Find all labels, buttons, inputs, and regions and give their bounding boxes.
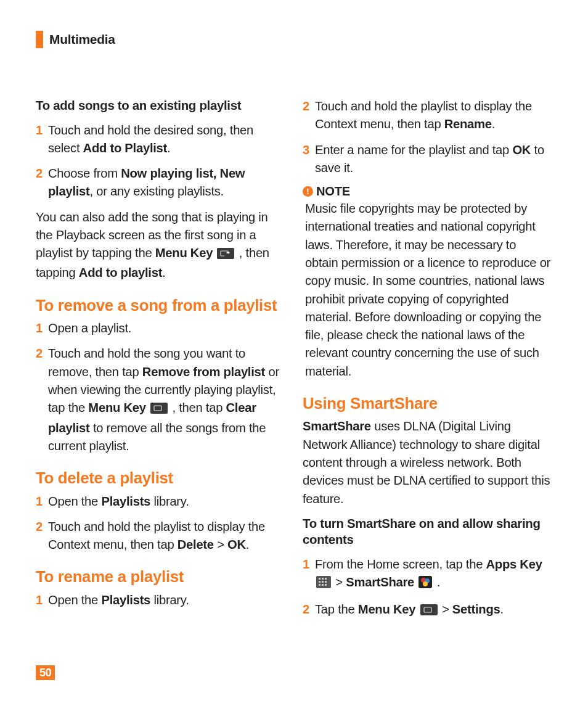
svg-rect-19 <box>420 604 438 615</box>
heading-rename-playlist: To rename a playlist <box>36 567 285 586</box>
step-number: 2 <box>303 97 311 115</box>
note-icon: ! <box>303 186 313 197</box>
header-accent <box>36 31 43 48</box>
step-text: Touch and hold the desired song, then se… <box>48 121 285 158</box>
smartshare-intro: SmartShare uses DLNA (Digital Living Net… <box>303 417 552 507</box>
section-title: Multimedia <box>49 32 115 47</box>
svg-rect-14 <box>325 584 327 586</box>
page-header: Multimedia <box>36 31 552 48</box>
step: 2 Choose from Now playing list, New play… <box>36 165 285 201</box>
step: 1 From the Home screen, tap the Apps Key… <box>303 556 552 594</box>
svg-rect-9 <box>319 581 321 583</box>
right-column: 2 Touch and hold the playlist to display… <box>303 97 552 628</box>
step: 1 Open the Playlists library. <box>36 493 285 511</box>
step-number: 1 <box>36 591 44 609</box>
svg-rect-7 <box>322 578 324 580</box>
step-number: 2 <box>36 518 44 536</box>
step: 2 Touch and hold the playlist to display… <box>36 518 285 554</box>
step-text: Tap the Menu Key > Settings. <box>315 601 552 620</box>
step-number: 1 <box>36 493 44 511</box>
svg-rect-12 <box>319 584 321 586</box>
step-number: 3 <box>303 141 311 159</box>
menu-key-icon <box>150 401 168 419</box>
step-text: Touch and hold the playlist to display t… <box>315 97 552 134</box>
note-body: Music file copyrights may be protected b… <box>303 200 552 380</box>
step: 2 Touch and hold the playlist to display… <box>303 97 552 134</box>
left-column: To add songs to an existing playlist 1 T… <box>36 97 285 628</box>
heading-delete-playlist: To delete a playlist <box>36 469 285 487</box>
svg-rect-13 <box>322 584 324 586</box>
svg-point-18 <box>423 581 428 586</box>
heading-smartshare: Using SmartShare <box>303 394 552 413</box>
step-text: Touch and hold the song you want to remo… <box>48 345 285 455</box>
step: 3 Enter a name for the playlist and tap … <box>303 141 552 178</box>
step-text: Touch and hold the playlist to display t… <box>48 518 285 554</box>
step-text: From the Home screen, tap the Apps Key >… <box>315 556 552 594</box>
svg-rect-8 <box>325 578 327 580</box>
step-text: Enter a name for the playlist and tap OK… <box>315 141 552 178</box>
menu-key-icon <box>217 246 234 264</box>
step: 2 Touch and hold the song you want to re… <box>36 345 285 455</box>
step: 2 Tap the Menu Key > Settings. <box>303 601 552 620</box>
step: 1 Open the Playlists library. <box>36 591 285 609</box>
step-text: Open the Playlists library. <box>48 493 285 511</box>
svg-rect-3 <box>150 403 168 414</box>
apps-key-icon <box>316 575 331 593</box>
step-number: 1 <box>36 319 44 337</box>
heading-remove-song: To remove a song from a playlist <box>36 296 285 314</box>
step: 1 Touch and hold the desired song, then … <box>36 121 285 158</box>
page-number: 50 <box>36 665 55 680</box>
paragraph: You can also add the song that is playin… <box>36 208 285 282</box>
note-label: NOTE <box>316 184 350 199</box>
smartshare-icon <box>419 575 432 593</box>
step-text: Open a playlist. <box>48 319 285 337</box>
svg-rect-10 <box>322 581 324 583</box>
step-number: 1 <box>303 556 311 573</box>
subheading-add-songs: To add songs to an existing playlist <box>36 97 285 114</box>
note-header: ! NOTE <box>303 184 552 199</box>
svg-rect-6 <box>319 578 321 580</box>
menu-key-icon <box>420 602 438 620</box>
step-number: 2 <box>36 345 44 363</box>
svg-rect-11 <box>325 581 327 583</box>
step-text: Choose from Now playing list, New playli… <box>48 165 285 201</box>
step-number: 2 <box>303 601 311 618</box>
step-number: 2 <box>36 165 44 183</box>
subheading-turn-on-smartshare: To turn SmartShare on and allow sharing … <box>303 515 552 548</box>
step-text: Open the Playlists library. <box>48 591 285 609</box>
step-number: 1 <box>36 121 44 139</box>
step: 1 Open a playlist. <box>36 319 285 337</box>
